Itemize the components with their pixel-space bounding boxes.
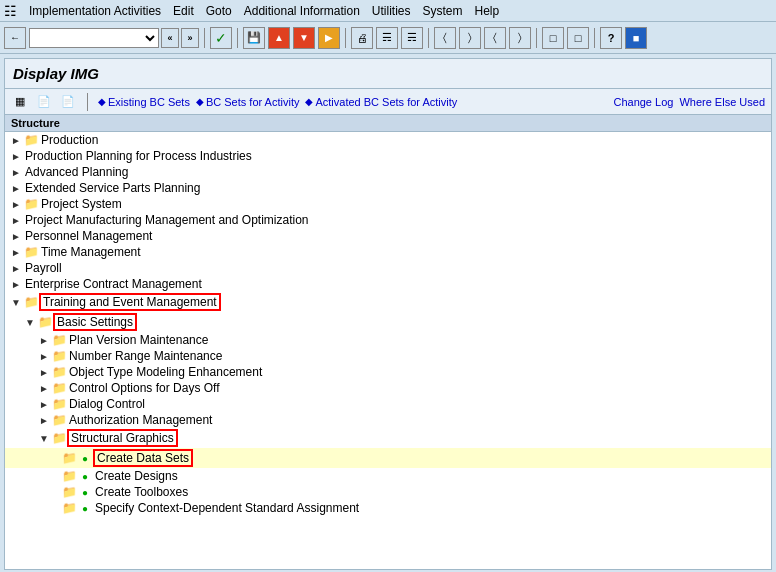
label-dialog-control: Dialog Control xyxy=(67,397,145,411)
toolbar-btn-5[interactable]: ▶ xyxy=(318,27,340,49)
activated-bc-link[interactable]: ◆ Activated BC Sets for Activity xyxy=(305,96,457,108)
toolbar-btn-7[interactable]: ☴ xyxy=(376,27,398,49)
toolbar-btn-16[interactable]: ■ xyxy=(625,27,647,49)
tree-item-object-type[interactable]: ► 📁 Object Type Modeling Enhancement xyxy=(5,364,771,380)
toolbar-btn-3[interactable]: ▲ xyxy=(268,27,290,49)
tree-item-number-range[interactable]: ► 📁 Number Range Maintenance xyxy=(5,348,771,364)
tree-item-payroll[interactable]: ► Payroll xyxy=(5,260,771,276)
print-button[interactable]: 🖨 xyxy=(351,27,373,49)
tree-item-prod-planning[interactable]: ► Production Planning for Process Indust… xyxy=(5,148,771,164)
expand-number-range[interactable]: ► xyxy=(37,349,51,363)
tree-item-time-mgmt[interactable]: ► 📁 Time Management xyxy=(5,244,771,260)
menu-edit[interactable]: Edit xyxy=(173,4,194,18)
expand-dialog-control[interactable]: ► xyxy=(37,397,51,411)
existing-bc-sets-link[interactable]: ◆ Existing BC Sets xyxy=(98,96,190,108)
menu-bar: ☷ Implementation Activities Edit Goto Ad… xyxy=(0,0,776,22)
change-log-link[interactable]: Change Log xyxy=(613,96,673,108)
expand-production[interactable]: ► xyxy=(9,133,23,147)
tree-item-auth-mgmt[interactable]: ► 📁 Authorization Management xyxy=(5,412,771,428)
label-auth-mgmt: Authorization Management xyxy=(67,413,212,427)
expand-time-mgmt[interactable]: ► xyxy=(9,245,23,259)
bc-activity-icon: ◆ xyxy=(196,96,204,107)
toolbar-btn-10[interactable]: 〉 xyxy=(459,27,481,49)
sep6 xyxy=(594,28,595,48)
bc-activity-label: BC Sets for Activity xyxy=(206,96,300,108)
tree-item-control-options[interactable]: ► 📁 Control Options for Days Off xyxy=(5,380,771,396)
toolbar-btn-4[interactable]: ▼ xyxy=(293,27,315,49)
expand-advanced-planning[interactable]: ► xyxy=(9,165,23,179)
menu-goto[interactable]: Goto xyxy=(206,4,232,18)
nav-dropdown[interactable] xyxy=(29,28,159,48)
expand-create-designs xyxy=(51,469,61,483)
existing-bc-icon: ◆ xyxy=(98,96,106,107)
expand-auth-mgmt[interactable]: ► xyxy=(37,413,51,427)
tree-item-plan-version[interactable]: ► 📁 Plan Version Maintenance xyxy=(5,332,771,348)
expand-object-type[interactable]: ► xyxy=(37,365,51,379)
expand-personnel[interactable]: ► xyxy=(9,229,23,243)
expand-prod-planning[interactable]: ► xyxy=(9,149,23,163)
expand-basic-settings[interactable]: ▼ xyxy=(23,315,37,329)
tree-item-production[interactable]: ► 📁 Production xyxy=(5,132,771,148)
sep2 xyxy=(237,28,238,48)
main-area: Display IMG ▦ 📄 📄 ◆ Existing BC Sets ◆ B… xyxy=(4,58,772,570)
expand-structural-graphics[interactable]: ▼ xyxy=(37,431,51,445)
tree-item-training[interactable]: ▼ 📁 Training and Event Management xyxy=(5,292,771,312)
help-button[interactable]: ? xyxy=(600,27,622,49)
tree-area[interactable]: ► 📁 Production ► Production Planning for… xyxy=(5,132,771,552)
tree-item-personnel[interactable]: ► Personnel Management xyxy=(5,228,771,244)
where-else-used-link[interactable]: Where Else Used xyxy=(679,96,765,108)
bc-for-activity-link[interactable]: ◆ BC Sets for Activity xyxy=(196,96,300,108)
sep5 xyxy=(536,28,537,48)
expand-extended-service[interactable]: ► xyxy=(9,181,23,195)
tree-item-advanced-planning[interactable]: ► Advanced Planning xyxy=(5,164,771,180)
tree-item-dialog-control[interactable]: ► 📁 Dialog Control xyxy=(5,396,771,412)
tree-item-enterprise[interactable]: ► Enterprise Contract Management xyxy=(5,276,771,292)
bc-icon-1[interactable]: ▦ xyxy=(11,93,29,111)
nav-right[interactable]: » xyxy=(181,28,199,48)
toolbar-btn-11[interactable]: 〈 xyxy=(484,27,506,49)
folder-icon-dialog-control: 📁 xyxy=(51,397,67,411)
tree-item-specify-context[interactable]: 📁 ● Specify Context-Dependent Standard A… xyxy=(5,500,771,516)
bc-icon-3[interactable]: 📄 xyxy=(59,93,77,111)
expand-project-system[interactable]: ► xyxy=(9,197,23,211)
activated-bc-icon: ◆ xyxy=(305,96,313,107)
folder-icon-create-toolboxes: 📁 xyxy=(61,485,77,499)
toolbar-btn-13[interactable]: □ xyxy=(542,27,564,49)
tree-item-create-data-sets[interactable]: 📁 ● Create Data Sets xyxy=(5,448,771,468)
label-structural-graphics: Structural Graphics xyxy=(67,429,178,447)
back-button[interactable]: ← xyxy=(4,27,26,49)
expand-control-options[interactable]: ► xyxy=(37,381,51,395)
save-button[interactable]: 💾 xyxy=(243,27,265,49)
tree-item-project-mfg[interactable]: ► Project Manufacturing Management and O… xyxy=(5,212,771,228)
tree-item-create-toolboxes[interactable]: 📁 ● Create Toolboxes xyxy=(5,484,771,500)
menu-impl-activities[interactable]: Implementation Activities xyxy=(29,4,161,18)
expand-training[interactable]: ▼ xyxy=(9,295,23,309)
expand-specify-context xyxy=(51,501,61,515)
toolbar-btn-8[interactable]: ☴ xyxy=(401,27,423,49)
activated-bc-label: Activated BC Sets for Activity xyxy=(315,96,457,108)
menu-additional-info[interactable]: Additional Information xyxy=(244,4,360,18)
expand-project-mfg[interactable]: ► xyxy=(9,213,23,227)
expand-payroll[interactable]: ► xyxy=(9,261,23,275)
label-advanced-planning: Advanced Planning xyxy=(23,165,128,179)
tree-item-create-designs[interactable]: 📁 ● Create Designs xyxy=(5,468,771,484)
menu-utilities[interactable]: Utilities xyxy=(372,4,411,18)
img-title: Display IMG xyxy=(13,65,99,82)
toolbar-btn-14[interactable]: □ xyxy=(567,27,589,49)
tree-item-extended-service[interactable]: ► Extended Service Parts Planning xyxy=(5,180,771,196)
menu-help[interactable]: Help xyxy=(475,4,500,18)
ok-button[interactable]: ✓ xyxy=(210,27,232,49)
green-icon-create-designs: ● xyxy=(77,469,93,483)
expand-plan-version[interactable]: ► xyxy=(37,333,51,347)
label-specify-context: Specify Context-Dependent Standard Assig… xyxy=(93,501,359,515)
expand-enterprise[interactable]: ► xyxy=(9,277,23,291)
menu-system[interactable]: System xyxy=(423,4,463,18)
bc-icon-2[interactable]: 📄 xyxy=(35,93,53,111)
tree-item-project-system[interactable]: ► 📁 Project System xyxy=(5,196,771,212)
nav-left[interactable]: « xyxy=(161,28,179,48)
tree-item-basic-settings[interactable]: ▼ 📁 Basic Settings xyxy=(5,312,771,332)
tree-item-structural-graphics[interactable]: ▼ 📁 Structural Graphics xyxy=(5,428,771,448)
toolbar-btn-12[interactable]: 〉 xyxy=(509,27,531,49)
label-training: Training and Event Management xyxy=(39,293,221,311)
toolbar-btn-9[interactable]: 〈 xyxy=(434,27,456,49)
